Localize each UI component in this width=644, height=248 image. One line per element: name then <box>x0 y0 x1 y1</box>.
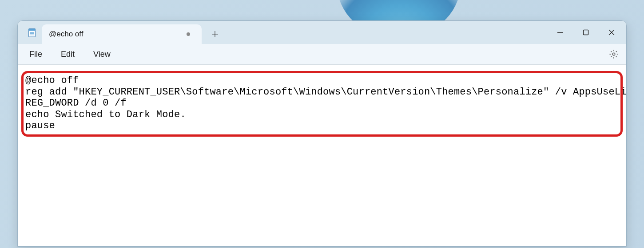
settings-button[interactable] <box>608 49 619 59</box>
maximize-button[interactable] <box>573 23 599 42</box>
notepad-app-icon <box>27 28 37 38</box>
editor-content[interactable]: @echo off reg add "HKEY_CURRENT_USER\Sof… <box>22 73 622 134</box>
close-button[interactable] <box>599 23 624 42</box>
menu-file[interactable]: File <box>24 47 48 62</box>
new-tab-button[interactable] <box>205 24 225 44</box>
tab-title: @echo off <box>49 30 187 39</box>
notepad-window: @echo off <box>17 20 627 247</box>
svg-point-11 <box>612 53 615 55</box>
minimize-button[interactable] <box>547 23 573 42</box>
tab-strip: @echo off <box>18 21 547 44</box>
tab-active[interactable]: @echo off <box>42 24 202 44</box>
svg-rect-8 <box>584 30 588 35</box>
svg-rect-1 <box>29 29 36 31</box>
editor-area[interactable]: @echo off reg add "HKEY_CURRENT_USER\Sof… <box>18 65 626 246</box>
titlebar: @echo off <box>18 21 626 44</box>
menu-edit[interactable]: Edit <box>56 47 80 62</box>
menu-view[interactable]: View <box>88 47 116 62</box>
modified-indicator-icon <box>187 32 190 36</box>
window-controls <box>547 21 626 44</box>
menu-bar: File Edit View <box>18 44 626 65</box>
